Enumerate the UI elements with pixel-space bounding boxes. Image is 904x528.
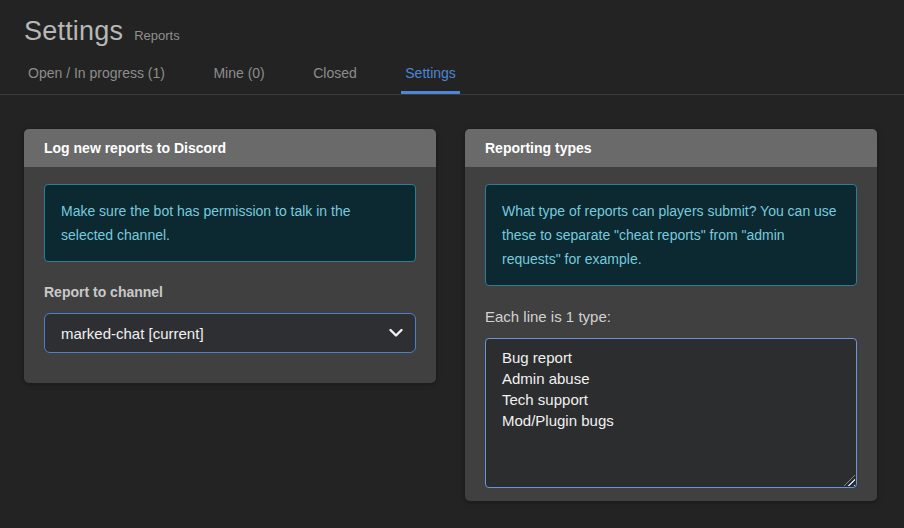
types-textarea[interactable]: Bug report Admin abuse Tech support Mod/… bbox=[485, 338, 857, 488]
discord-card-body: Make sure the bot has permission to talk… bbox=[24, 167, 436, 353]
tab-mine[interactable]: Mine (0) bbox=[209, 59, 268, 94]
tab-settings[interactable]: Settings bbox=[401, 59, 460, 94]
page-header: Settings Reports bbox=[0, 0, 904, 47]
discord-info-box: Make sure the bot has permission to talk… bbox=[44, 184, 416, 262]
report-channel-label: Report to channel bbox=[44, 284, 416, 300]
discord-log-card: Log new reports to Discord Make sure the… bbox=[24, 129, 436, 383]
tab-open-in-progress[interactable]: Open / In progress (1) bbox=[24, 59, 169, 94]
reporting-types-title: Reporting types bbox=[465, 129, 877, 167]
page-title: Settings bbox=[24, 16, 123, 47]
reporting-types-info-box: What type of reports can players submit?… bbox=[485, 184, 857, 286]
types-textarea-wrap: Bug report Admin abuse Tech support Mod/… bbox=[485, 338, 857, 488]
channel-select[interactable]: marked-chat [current] bbox=[44, 313, 416, 353]
reporting-types-body: What type of reports can players submit?… bbox=[465, 167, 877, 488]
tab-closed[interactable]: Closed bbox=[309, 59, 361, 94]
tabs-bar: Open / In progress (1) Mine (0) Closed S… bbox=[0, 59, 904, 95]
title-row: Settings Reports bbox=[24, 16, 904, 47]
discord-card-title: Log new reports to Discord bbox=[24, 129, 436, 167]
channel-select-wrap: marked-chat [current] bbox=[44, 313, 416, 353]
page-subtitle: Reports bbox=[134, 28, 180, 43]
reporting-types-card: Reporting types What type of reports can… bbox=[465, 129, 877, 501]
types-label: Each line is 1 type: bbox=[485, 308, 857, 325]
